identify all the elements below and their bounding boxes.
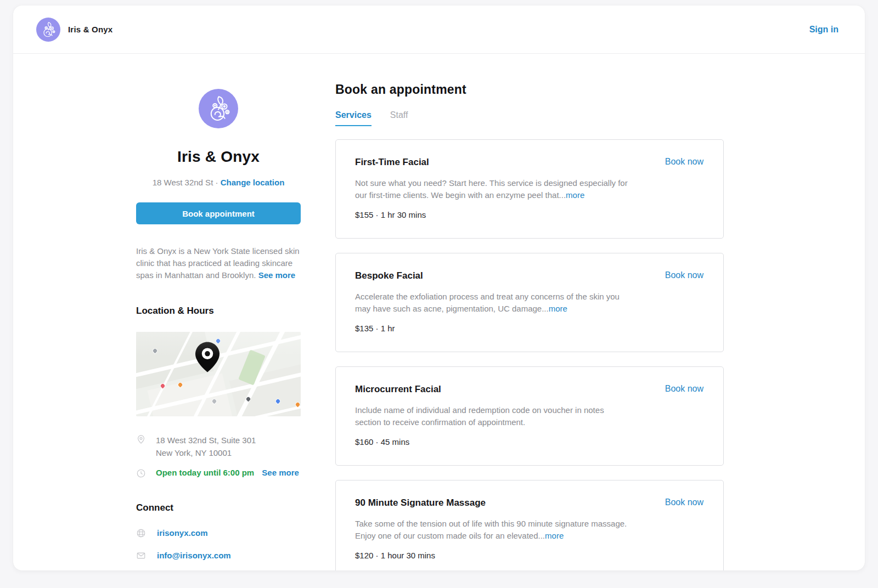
business-avatar-icon (199, 89, 238, 128)
address-line1: 18 West 32nd St, Suite 301 (156, 434, 256, 446)
book-now-link[interactable]: Book now (665, 157, 703, 167)
globe-icon (136, 528, 146, 538)
sign-in-link[interactable]: Sign in (809, 25, 838, 35)
business-name-title: Iris & Onyx (136, 148, 301, 166)
address-line2: New York, NY 10001 (156, 446, 256, 459)
booking-main: Book an appointment Services Staff First… (335, 54, 724, 570)
map-overlay (136, 332, 301, 416)
booking-page-card: Iris & Onyx Sign in Iris & Onyx 18 West … (13, 5, 865, 570)
book-now-link[interactable]: Book now (665, 270, 703, 280)
service-price: $135 · 1 hr (355, 324, 703, 333)
map-pin-outline-icon (136, 434, 146, 444)
brand-name: Iris & Onyx (68, 25, 112, 34)
service-card-bespoke-facial: Bespoke Facial Book now Accelerate the e… (335, 253, 724, 352)
open-hours-text: Open today until 6:00 pm (156, 468, 254, 477)
clock-icon (136, 468, 146, 478)
address-short-row: 18 West 32nd St · Change location (136, 178, 301, 187)
location-map[interactable] (136, 332, 301, 416)
service-description-text: Accelerate the exfoliation process and t… (355, 292, 620, 313)
brand[interactable]: Iris & Onyx (36, 18, 112, 42)
service-price: $160 · 45 mins (355, 437, 703, 446)
hours-row: Open today until 6:00 pm See more (136, 468, 301, 478)
service-name: Bespoke Facial (355, 270, 423, 281)
open-hours: Open today until 6:00 pm See more (156, 468, 299, 477)
email-link[interactable]: info@irisonyx.com (136, 550, 301, 561)
tab-services[interactable]: Services (335, 110, 372, 126)
service-list: First-Time Facial Book now Not sure what… (335, 139, 724, 570)
book-now-link[interactable]: Book now (665, 384, 703, 394)
book-now-link[interactable]: Book now (665, 497, 703, 507)
service-description-text: Not sure what you need? Start here. This… (355, 178, 628, 200)
ellipsis: ... (559, 190, 566, 200)
business-sidebar: Iris & Onyx 18 West 32nd St · Change loc… (136, 54, 301, 570)
service-card-90-minute-signature-massage: 90 Minute Signature Massage Book now Tak… (335, 480, 724, 570)
service-card-microcurrent-facial: Microcurrent Facial Book now Include nam… (335, 366, 724, 466)
service-description-text: Take some of the tension out of life wit… (355, 519, 627, 540)
address-row: 18 West 32nd St, Suite 301 New York, NY … (136, 434, 301, 459)
service-description: Not sure what you need? Start here. This… (355, 177, 632, 201)
change-location-link[interactable]: Change location (221, 178, 285, 187)
top-navigation-bar: Iris & Onyx Sign in (13, 5, 865, 54)
tab-staff[interactable]: Staff (390, 110, 408, 126)
website-link[interactable]: irisonyx.com (136, 528, 301, 538)
ellipsis: ... (538, 531, 545, 540)
booking-tabs: Services Staff (335, 110, 724, 126)
hours-see-more-link[interactable]: See more (262, 468, 299, 477)
business-description: Iris & Onyx is a New York State licensed… (136, 245, 301, 281)
service-description: Take some of the tension out of life wit… (355, 518, 632, 542)
service-name: First-Time Facial (355, 157, 429, 168)
ellipsis: ... (542, 304, 549, 313)
service-card-first-time-facial: First-Time Facial Book now Not sure what… (335, 139, 724, 239)
more-link[interactable]: more (545, 531, 564, 540)
service-name: Microcurrent Facial (355, 384, 441, 395)
more-link[interactable]: more (566, 190, 584, 200)
email-address[interactable]: info@irisonyx.com (157, 551, 231, 560)
connect-heading: Connect (136, 502, 301, 513)
location-hours-heading: Location & Hours (136, 306, 301, 316)
connect-links: irisonyx.com info@irisonyx.com (212) 256… (136, 528, 301, 570)
website-url[interactable]: irisonyx.com (157, 528, 208, 538)
address-short: 18 West 32nd St (153, 178, 213, 187)
service-name: 90 Minute Signature Massage (355, 497, 486, 508)
service-description: Include name of individual and redemptio… (355, 404, 632, 428)
description-see-more-link[interactable]: See more (258, 270, 296, 280)
mail-icon (136, 551, 146, 561)
service-description: Accelerate the exfoliation process and t… (355, 291, 632, 315)
page-title: Book an appointment (335, 82, 724, 97)
book-appointment-button[interactable]: Book appointment (136, 202, 301, 224)
service-price: $120 · 1 hour 30 mins (355, 551, 703, 560)
full-address: 18 West 32nd St, Suite 301 New York, NY … (156, 434, 256, 459)
business-logo-icon (36, 18, 60, 42)
more-link[interactable]: more (549, 304, 567, 313)
service-price: $155 · 1 hr 30 mins (355, 210, 703, 219)
page-content: Iris & Onyx 18 West 32nd St · Change loc… (13, 54, 865, 570)
dot-separator: · (215, 178, 218, 187)
service-description-text: Include name of individual and redemptio… (355, 405, 604, 427)
